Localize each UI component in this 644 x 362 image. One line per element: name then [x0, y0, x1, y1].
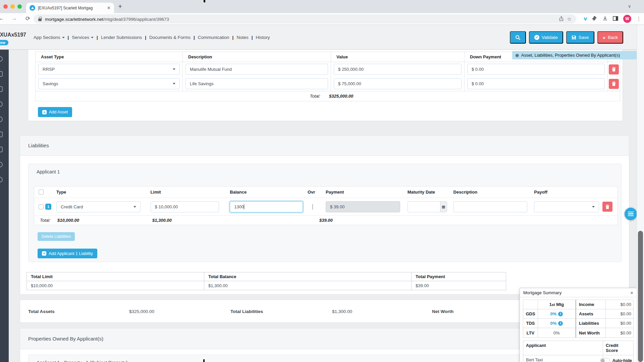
delete-asset-button[interactable] [609, 64, 619, 74]
chevron-down-icon [62, 37, 65, 38]
payoff-select[interactable] [534, 201, 599, 212]
downloads-icon[interactable] [602, 16, 608, 22]
validate-button[interactable]: ✓ Validate [529, 31, 563, 44]
nav-notes[interactable]: Notes [236, 35, 248, 40]
total-liabilities-label: Total Liabilities [230, 309, 263, 314]
extensions-puzzle-icon[interactable] [592, 16, 597, 22]
asset-downpayment-input[interactable] [467, 78, 605, 89]
asset-value-input[interactable] [334, 64, 462, 75]
card-icon[interactable] [0, 132, 3, 137]
tools-icon[interactable] [0, 116, 3, 122]
integrations-icon[interactable] [0, 101, 3, 107]
payment-input-disabled [326, 201, 400, 212]
liabilities-value: $0.00 [606, 319, 634, 328]
url-path: /mtg/deal/37996/applicant/39673 [103, 17, 169, 22]
limit-input[interactable] [151, 201, 219, 212]
vimeo-extension-icon[interactable]: v [584, 15, 587, 22]
search-button[interactable] [510, 31, 526, 44]
nav-app-sections[interactable]: App Sections [34, 35, 65, 40]
address-bar[interactable]: mortgage.scarlettnetwork.net/mtg/deal/37… [34, 14, 576, 23]
delete-asset-button[interactable] [609, 79, 619, 89]
ltv-label: LTV [523, 328, 538, 338]
add-asset-button[interactable]: + Add Asset [38, 107, 72, 117]
balance-input-focused[interactable]: 1300 [230, 201, 303, 212]
total-liabilities-value: $1,300.00 [332, 309, 352, 314]
search-icon [515, 35, 521, 40]
maturity-date-input[interactable]: ▦ [408, 201, 447, 212]
tab-close-icon[interactable]: ✕ [107, 5, 111, 10]
liability-description-input[interactable] [453, 201, 528, 212]
forms-icon[interactable] [0, 86, 3, 92]
bank-icon[interactable] [0, 71, 3, 77]
summary-total-balance: $1,300.00 [204, 281, 412, 290]
info-icon[interactable]: i [558, 321, 563, 326]
asset-value-input[interactable] [334, 78, 462, 89]
tab-search-chevron-icon[interactable]: ∨ [628, 4, 631, 9]
main-nav: App Sections | Services | Lender Submiss… [34, 25, 270, 50]
contacts-icon[interactable] [0, 56, 3, 62]
assets-label: Assets [576, 309, 606, 319]
hamburger-icon [628, 212, 634, 213]
settings-gear-icon[interactable] [0, 162, 3, 167]
bookmark-star-icon[interactable]: ☆ [567, 16, 572, 22]
close-icon[interactable]: × [630, 290, 633, 296]
ratio-stats-table: 1st Mtg Income $0.00 GDS 0%i Assets $0.0… [523, 300, 634, 338]
asset-description-input[interactable] [185, 64, 328, 75]
asset-type-select[interactable]: RRSP [38, 64, 180, 75]
save-button[interactable]: Save [566, 31, 594, 44]
maximize-window-button[interactable] [17, 4, 22, 9]
url-domain: mortgage.scarlettnetwork.net [45, 17, 103, 22]
side-panel-icon[interactable] [613, 16, 618, 22]
liabilities-label: Liabilities [576, 319, 606, 328]
menu-fab-button[interactable] [625, 208, 637, 220]
chevron-down-icon [91, 37, 94, 38]
add-liability-button[interactable]: + Add Applicant 1 Liability [38, 249, 97, 258]
trash-icon [605, 205, 609, 209]
mortgage-summary-title: Mortgage Summary [523, 290, 561, 295]
liability-row: 1 Credit Card 1300 ▦ [34, 198, 618, 215]
calendar-icon[interactable]: ▦ [440, 202, 447, 212]
scrollbar-thumb[interactable] [638, 231, 643, 362]
back-nav-icon[interactable]: ← [0, 15, 4, 22]
nav-lender-submissions[interactable]: Lender Submissions [101, 35, 142, 40]
nav-services[interactable]: Services [72, 35, 94, 40]
asset-downpayment-input[interactable] [467, 64, 605, 75]
browser-menu-icon[interactable]: ⋮ [636, 16, 641, 22]
reload-icon[interactable]: ⟳ [25, 15, 30, 22]
minimize-window-button[interactable] [10, 4, 15, 9]
nav-history[interactable]: History [256, 35, 270, 40]
nav-communication[interactable]: Communication [198, 35, 229, 40]
select-all-checkbox[interactable] [39, 190, 44, 195]
close-window-button[interactable] [3, 4, 8, 9]
help-icon[interactable] [0, 177, 3, 183]
new-tab-button[interactable]: + [118, 2, 122, 10]
asset-row: RRSP [36, 62, 620, 76]
lock-icon [38, 18, 42, 21]
liab-col-header: Payoff [532, 190, 602, 195]
delete-liability-button[interactable] [602, 202, 612, 212]
tds-value: 0% [550, 321, 557, 326]
share-icon[interactable] [559, 16, 564, 22]
profile-avatar[interactable]: W [623, 15, 631, 23]
back-button[interactable]: « Back [597, 31, 623, 44]
trash-icon [612, 67, 616, 71]
liab-col-header: Balance [224, 190, 308, 195]
auto-hide-toggle[interactable] [600, 358, 610, 362]
override-checkbox[interactable] [312, 204, 313, 210]
liability-type-select[interactable]: Credit Card [56, 201, 141, 212]
row-checkbox[interactable] [39, 204, 44, 209]
deal-id-label: EXUAx5197 [0, 32, 26, 38]
text-cursor [244, 204, 244, 209]
browser-tab[interactable]: [EXUAx5197] Scarlett Mortgag ✕ [26, 3, 114, 13]
asset-type-select[interactable]: Savings [38, 78, 180, 89]
reports-icon[interactable] [0, 147, 3, 152]
page-content: Asset Type Description Value Down Paymen… [0, 50, 637, 362]
info-icon[interactable]: i [558, 312, 563, 316]
asset-description-input[interactable] [185, 78, 328, 89]
liab-col-header: Ovr [308, 190, 321, 195]
delete-liabilities-button[interactable]: Delete Liabilities [38, 232, 75, 241]
liability-summary-table: Total Limit Total Balance Total Payment … [26, 272, 506, 290]
app-header: EXUAx5197 New App Sections | Services | … [0, 25, 637, 50]
forward-nav-icon[interactable]: → [11, 15, 17, 22]
nav-documents-forms[interactable]: Documents & Forms [149, 35, 191, 40]
